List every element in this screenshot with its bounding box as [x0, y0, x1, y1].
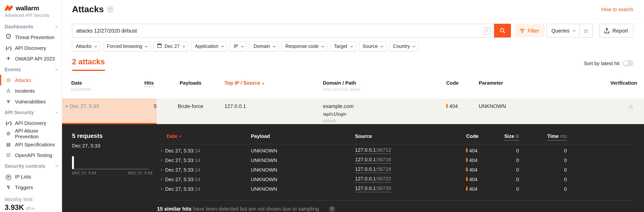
results-row: 2 attacks Sort by latest hit — [72, 58, 633, 71]
status-code-flag-icon — [466, 148, 468, 152]
request-row[interactable]: Dec 27, 5:33:14UNKNOWN127.0.0.1:56720404… — [157, 184, 633, 194]
request-payload: UNKNOWN — [251, 157, 355, 163]
col-parameter[interactable]: Parameter — [479, 80, 561, 86]
search-input[interactable] — [76, 28, 484, 34]
filter-chip-domain[interactable]: Domain — [250, 41, 278, 51]
request-size: 0 — [498, 186, 519, 192]
queries-dropdown[interactable]: Queries — [547, 24, 580, 37]
sidebar-item-incidents[interactable]: ⚠Incidents — [0, 86, 62, 96]
req-col-code[interactable]: Code — [466, 133, 498, 139]
source-link[interactable]: 127.0.0.1:56716 — [355, 157, 391, 164]
report-button[interactable]: Report — [599, 24, 633, 38]
request-row[interactable]: Dec 27, 5:33:14UNKNOWN127.0.0.1:56712404… — [157, 146, 633, 155]
filter-chip-application[interactable]: Application — [191, 41, 227, 51]
col-payloads[interactable]: Payloads — [157, 80, 224, 86]
col-hits[interactable]: Hits — [144, 80, 157, 86]
search-button[interactable] — [494, 24, 511, 38]
attack-date: Dec 27, 5:33 — [70, 104, 99, 109]
help-icon[interactable]: ? — [107, 6, 113, 13]
status-code-flag-icon — [466, 167, 468, 172]
filter-chip-dec-27[interactable]: Dec 27 — [154, 41, 188, 51]
source-port: 56718 — [377, 166, 391, 172]
sidebar-item-label: Attacks — [15, 77, 31, 83]
source-link[interactable]: 127.0.0.1:56712 — [355, 147, 391, 154]
sidebar-item-api-discovery[interactable]: {✓}API Discovery — [0, 118, 62, 128]
request-seconds: :14 — [193, 148, 200, 154]
sidebar-item-api-specifications[interactable]: ▤API Specifications — [0, 139, 62, 150]
request-date[interactable]: Dec 27, 5:33:14 — [157, 167, 251, 172]
col-top-ip-source[interactable]: Top IP / Source ▲ — [224, 80, 323, 86]
brand-name: wallarm — [16, 4, 39, 12]
how-to-search-link[interactable]: How to search — [602, 6, 633, 12]
section-label: Events — [4, 66, 21, 72]
req-col-time[interactable]: Time ms — [519, 133, 567, 139]
sort-label: Sort by latest hit — [584, 60, 620, 66]
favorite-query-button[interactable]: ☆ — [580, 24, 592, 37]
filter-chip-country[interactable]: Country — [389, 41, 418, 51]
req-col-size[interactable]: Size B — [498, 133, 519, 139]
req-col-date[interactable]: Date ▼ — [157, 133, 251, 139]
warning-triangle-icon: ⚠ — [5, 88, 12, 94]
request-row[interactable]: Dec 27, 5:33:14UNKNOWN127.0.0.1:56716404… — [157, 155, 633, 165]
req-col-payload[interactable]: Payload — [251, 133, 355, 139]
sidebar-section-security-controls[interactable]: Security controls — [0, 160, 62, 171]
sidebar-item-vulnerabilities[interactable]: ☣Vulnerabilities — [0, 96, 62, 107]
attacks-table-header: Date DURATION Hits Payloads Top IP / Sou… — [62, 80, 644, 92]
sidebar-item-api-abuse-prevention[interactable]: ⊘API Abuse Prevention — [0, 128, 62, 139]
request-date[interactable]: Dec 27, 5:33:14 — [157, 186, 251, 192]
sidebar-section-dashboards[interactable]: Dashboards — [0, 21, 62, 32]
requests-count: 5 requests — [72, 132, 157, 139]
requests-histogram: DEC 27, 5:33 DEC 27, 5:33 — [72, 156, 148, 175]
source-port: 56716 — [377, 157, 391, 162]
sidebar-item-owasp-api-2023[interactable]: ✈OWASP API 2023 — [0, 53, 62, 64]
status-code-flag-icon — [466, 186, 468, 190]
filter-chip-attacks[interactable]: Attacks — [72, 41, 100, 51]
sidebar-item-api-discovery[interactable]: {✓}API Discovery — [0, 42, 62, 53]
request-date[interactable]: Dec 27, 5:33:14 — [157, 148, 251, 154]
col-domain-path[interactable]: Domain / Path APPLICATION NAME — [323, 80, 446, 92]
sidebar-section-api-security[interactable]: API Security — [0, 107, 62, 118]
sidebar-item-attacks[interactable]: ◎Attacks — [0, 75, 62, 86]
ip-circle-icon: IP — [5, 173, 12, 180]
filter-chip-source[interactable]: Source — [359, 41, 386, 51]
sidebar-item-ip-lists[interactable]: IPIP Lists — [0, 171, 62, 182]
attack-row-expanded[interactable]: Dec 27, 5:33 5 Brute-force 127.0.0.1 exa… — [62, 98, 644, 124]
histogram-plot — [72, 156, 148, 169]
brand-block[interactable]: wallarm Advanced API Security — [0, 0, 62, 18]
request-date[interactable]: Dec 27, 5:33:14 — [157, 157, 251, 163]
filter-chip-target[interactable]: Target — [330, 41, 356, 51]
sidebar-section-events[interactable]: Events — [0, 64, 62, 75]
sidebar-item-openapi-testing[interactable]: ☑OpenAPI Testing — [0, 150, 62, 160]
divider — [157, 144, 633, 144]
filter-chip-ip[interactable]: IP — [230, 41, 247, 51]
filter-button[interactable]: Filter — [514, 24, 544, 38]
page-title: Attacks — [72, 4, 104, 14]
sampling-help-icon[interactable]: ? — [329, 206, 335, 212]
source-link[interactable]: 127.0.0.1:56722 — [355, 176, 391, 183]
attack-path[interactable]: /api/v1/login — [323, 112, 446, 116]
request-size: 0 — [498, 148, 519, 154]
sidebar-item-triggers[interactable]: ↯Triggers — [0, 182, 62, 193]
col-code[interactable]: Code — [446, 80, 479, 86]
col-verification[interactable]: Verification — [610, 80, 633, 86]
source-link[interactable]: 127.0.0.1:56720 — [355, 186, 391, 192]
sort-toggle[interactable] — [622, 60, 633, 66]
status-code-flag-icon — [466, 158, 468, 162]
request-row[interactable]: Dec 27, 5:33:14UNKNOWN127.0.0.1:56722404… — [157, 174, 633, 184]
verification-disabled-icon[interactable]: ⊘ — [610, 104, 633, 110]
bolt-icon: ↯ — [5, 184, 12, 190]
chip-label: Attacks — [76, 44, 92, 49]
attack-top-ip[interactable]: 127.0.0.1 — [224, 104, 323, 109]
request-time: 0 — [519, 167, 567, 172]
export-icon — [604, 28, 609, 33]
filter-chip-response-code[interactable]: Response code — [282, 41, 327, 51]
filter-chip-forced-browsing[interactable]: Forced browsing — [103, 41, 151, 51]
col-date[interactable]: Date DURATION — [62, 80, 144, 92]
req-col-source[interactable]: Source — [355, 133, 466, 139]
request-date[interactable]: Dec 27, 5:33:14 — [157, 176, 251, 182]
sidebar-item-threat-prevention[interactable]: Threat Prevention — [0, 32, 62, 42]
attack-date-cell[interactable]: Dec 27, 5:33 — [62, 104, 144, 109]
attack-domain[interactable]: example.com — [323, 104, 446, 109]
source-link[interactable]: 127.0.0.1:56718 — [355, 166, 391, 173]
request-row[interactable]: Dec 27, 5:33:14UNKNOWN127.0.0.1:56718404… — [157, 165, 633, 174]
